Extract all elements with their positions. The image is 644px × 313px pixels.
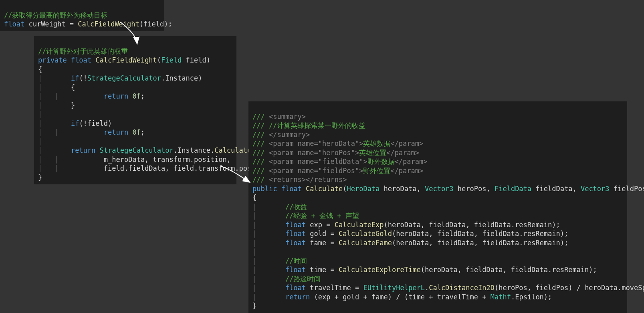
code-token: / (396, 293, 400, 301)
code-token: "fieldData" (318, 158, 363, 166)
code-token: CalculateExp (331, 221, 384, 229)
code-token: heroPos, (454, 185, 495, 193)
code-token: fieldPos) (610, 185, 644, 193)
code-token: return (71, 92, 128, 100)
code-token: gold (306, 230, 330, 238)
code-token: > (355, 149, 359, 157)
code-token: CalcFieldWeight (91, 56, 157, 64)
code-token: /// (252, 158, 269, 166)
code-token: Vector3 (581, 185, 610, 193)
code-token: 野外位置 (363, 167, 390, 175)
code-token: </param> (390, 167, 423, 175)
code-token: fieldData, (531, 185, 581, 193)
code-token: > (359, 167, 363, 175)
code-token: (heroData, fieldData, fieldData.resRemai… (421, 266, 597, 274)
code-token: /// (252, 149, 269, 157)
code-token: (heroData, fieldData, fieldData.resRemai… (392, 230, 568, 238)
code-token: (heroData, fieldData, fieldData.resRemai… (384, 221, 560, 229)
code-token: FieldData (495, 185, 531, 193)
code-token: travelTime (306, 284, 355, 292)
code-token: Vector3 (425, 185, 454, 193)
code-token: ( (343, 185, 347, 193)
code-line: { (55, 83, 75, 91)
code-token: "heroPos" (318, 149, 355, 157)
code-token: <param name= (269, 167, 318, 175)
code-token: float (269, 284, 306, 292)
code-token: CalcFieldWeight (74, 20, 139, 28)
code-line: { (38, 65, 42, 73)
code-token: /// (252, 139, 269, 147)
code-token: EUtilityHelperL (359, 284, 425, 292)
code-line: //经验 + 金钱 + 声望 (269, 212, 359, 220)
code-token: = (326, 221, 330, 229)
code-token: + (363, 293, 367, 301)
code-token: 野外数据 (367, 158, 395, 166)
code-token: (heroData, fieldData, fieldData.resRemai… (392, 239, 568, 247)
code-token: 0f (128, 92, 141, 100)
code-token: exp (306, 221, 326, 229)
code-token: = (331, 266, 335, 274)
code-token: + (482, 293, 486, 301)
code-line: { (252, 194, 256, 202)
code-token: heroData.moveSpeed; (581, 284, 644, 292)
code-line: //路途时间 (269, 275, 321, 283)
code-token: float (4, 20, 24, 28)
code-token: = (331, 230, 335, 238)
code-token: <param name= (269, 139, 318, 147)
code-token: 英雄数据 (363, 139, 390, 147)
code-token: public (252, 185, 277, 193)
code-token: </param> (395, 158, 428, 166)
code-token: (! (79, 74, 87, 82)
code-line: m_heroData, transform.position, (71, 155, 231, 164)
code-token: private (38, 56, 67, 64)
code-token: + (429, 293, 433, 301)
code-token: if (55, 74, 79, 82)
code-token: (!field) (79, 119, 112, 127)
code-token: <param name= (269, 149, 318, 157)
code-token: "fieldPos" (318, 167, 359, 175)
code-line: //时间 (269, 257, 307, 265)
code-token: 英雄位置 (359, 149, 386, 157)
code-token: HeroData (347, 185, 380, 193)
code-token: "heroData" (318, 139, 359, 147)
code-token: (time (400, 293, 429, 301)
code-token: float (269, 266, 306, 274)
code-token: fame (306, 239, 330, 247)
code-token: curWeight (24, 20, 70, 28)
code-token: .Instance. (174, 146, 214, 154)
code-token: gold (339, 293, 363, 301)
code-token: time (306, 266, 330, 274)
code-token: </summary> (269, 131, 310, 139)
code-line: /// //计算英雄探索某一野外的收益 (252, 121, 365, 129)
code-box-calcfieldweight: //计算野外对于此英雄的权重 private float CalcFieldWe… (34, 36, 236, 184)
code-token: = (70, 20, 74, 28)
code-token: (field); (139, 20, 172, 28)
code-token: = (331, 239, 335, 247)
code-token: /// (252, 131, 269, 139)
code-token: Calculate (214, 146, 251, 154)
code-token: (exp (310, 293, 334, 301)
code-token: StrategeCalculator (87, 74, 161, 82)
code-line: //收益 (269, 203, 307, 211)
code-token: return (269, 293, 310, 301)
code-token: CalculateExploreTime (335, 266, 421, 274)
code-token: > (359, 139, 363, 147)
code-token: travelTime (433, 293, 482, 301)
code-token: Mathf (487, 293, 511, 301)
code-token: float (67, 56, 91, 64)
code-token: float (277, 185, 301, 193)
code-token: </param> (386, 149, 419, 157)
code-token: return (55, 146, 95, 154)
code-token: <returns></returns> (269, 176, 347, 184)
code-token: . (425, 284, 429, 292)
code-token: > (363, 158, 367, 166)
code-box-calculate: /// <summary> /// //计算英雄探索某一野外的收益 /// </… (248, 101, 627, 313)
code-line: //获取得分最高的野外为移动目标 (4, 11, 107, 19)
code-box-caller: //获取得分最高的野外为移动目标 float curWeight = CalcF… (0, 0, 164, 31)
code-token: if (55, 119, 79, 127)
code-token: Field (161, 56, 182, 64)
code-line: } (252, 302, 256, 310)
code-token: .Instance) (161, 74, 202, 82)
code-token: float (269, 230, 306, 238)
code-token: /// (252, 113, 269, 121)
